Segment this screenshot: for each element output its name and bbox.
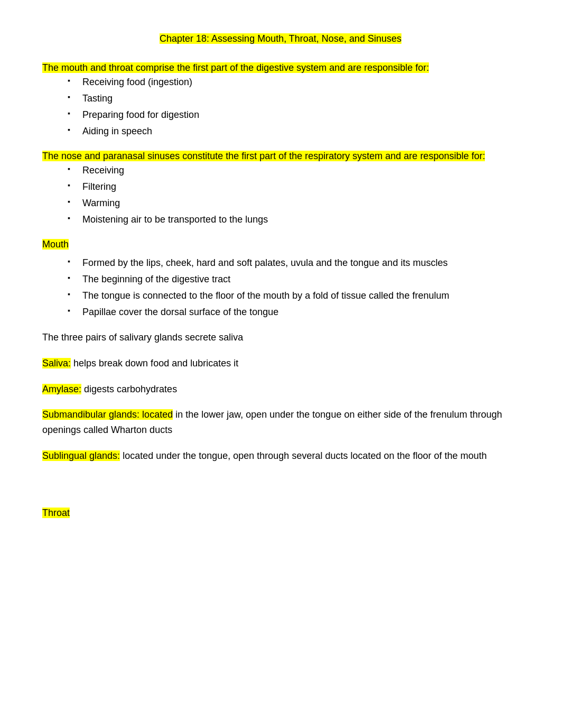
list-item: Filtering (68, 180, 519, 194)
intro-block-1: The mouth and throat comprise the first … (42, 61, 519, 139)
list-item: Preparing food for digestion (68, 108, 519, 122)
chapter-title-text: Chapter 18: Assessing Mouth, Throat, Nos… (160, 33, 401, 44)
mouth-bullet-list: Formed by the lips, cheek, hard and soft… (68, 256, 519, 319)
mouth-title: Mouth (42, 237, 519, 252)
sublingual-term-line: Sublingual glands: located under the ton… (42, 448, 519, 464)
list-item: Warming (68, 196, 519, 210)
list-item: Receiving (68, 163, 519, 178)
intro1-bullet-list: Receiving food (ingestion) Tasting Prepa… (68, 75, 519, 139)
list-item: Tasting (68, 91, 519, 106)
amylase-term: Amylase: (42, 384, 81, 394)
list-item: Aiding in speech (68, 124, 519, 139)
throat-section: Throat (42, 506, 519, 520)
list-item: Receiving food (ingestion) (68, 75, 519, 89)
submandibular-term: Submandibular glands: located (42, 409, 173, 420)
amylase-definition: digests carbohydrates (81, 384, 177, 394)
list-item: Moistening air to be transported to the … (68, 213, 519, 227)
intro2-highlighted: The nose and paranasal sinuses constitut… (42, 149, 519, 163)
intro1-highlighted: The mouth and throat comprise the first … (42, 61, 519, 75)
saliva-term-line: Saliva: helps break down food and lubric… (42, 356, 519, 371)
sublingual-term: Sublingual glands: (42, 450, 120, 461)
mouth-section: Mouth Formed by the lips, cheek, hard an… (42, 237, 519, 319)
amylase-term-line: Amylase: digests carbohydrates (42, 382, 519, 397)
list-item: The beginning of the digestive tract (68, 272, 519, 287)
saliva-term: Saliva: (42, 358, 71, 368)
list-item: The tongue is connected to the floor of … (68, 289, 519, 303)
throat-title: Throat (42, 506, 519, 520)
salivary-paragraph: The three pairs of salivary glands secre… (42, 330, 519, 345)
saliva-definition: helps break down food and lubricates it (71, 358, 238, 368)
list-item: Papillae cover the dorsal surface of the… (68, 305, 519, 319)
intro2-bullet-list: Receiving Filtering Warming Moistening a… (68, 163, 519, 227)
intro-block-2: The nose and paranasal sinuses constitut… (42, 149, 519, 227)
list-item: Formed by the lips, cheek, hard and soft… (68, 256, 519, 270)
sublingual-definition: located under the tongue, open through s… (120, 450, 487, 461)
submandibular-term-line: Submandibular glands: located in the low… (42, 407, 519, 438)
chapter-title: Chapter 18: Assessing Mouth, Throat, Nos… (42, 32, 519, 46)
